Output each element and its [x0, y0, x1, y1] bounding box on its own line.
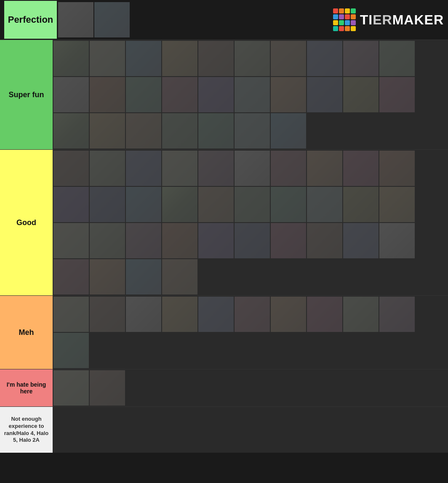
logo-cell — [351, 26, 356, 31]
map-thumb — [198, 151, 234, 186]
map-thumb — [90, 297, 125, 332]
map-thumb — [271, 187, 306, 222]
map-thumb — [271, 41, 306, 76]
map-thumb — [53, 113, 89, 149]
map-thumb — [307, 151, 342, 186]
tier-label-hate: I'm hate being here — [0, 369, 53, 406]
map-thumb — [307, 77, 342, 112]
map-thumb — [343, 41, 379, 76]
map-thumb — [343, 77, 379, 112]
map-thumb — [235, 187, 270, 222]
map-thumb — [379, 223, 415, 258]
tier-content-noexp — [53, 407, 448, 453]
map-thumb — [126, 77, 161, 112]
map-thumb — [53, 259, 89, 295]
tier-list: Perfection — [0, 0, 448, 453]
logo-cell — [351, 8, 356, 13]
map-thumb — [126, 223, 161, 258]
map-thumb — [307, 187, 342, 222]
map-thumb — [90, 187, 125, 222]
map-thumb — [126, 151, 161, 186]
logo-cell — [333, 8, 338, 13]
map-thumb — [53, 77, 89, 112]
logo-cell — [345, 20, 350, 25]
tier-content-superfun — [53, 40, 448, 149]
map-thumb-header-2 — [94, 2, 130, 37]
map-thumb — [126, 187, 161, 222]
logo-cell — [339, 8, 344, 13]
logo-cell — [351, 20, 356, 25]
map-thumb — [162, 297, 197, 332]
map-thumb — [53, 223, 89, 258]
map-thumb — [53, 151, 89, 186]
logo-cell — [333, 26, 338, 31]
map-thumb — [53, 187, 89, 222]
map-thumb — [379, 41, 415, 76]
map-thumb — [379, 77, 415, 112]
map-thumb — [53, 333, 89, 368]
map-thumb — [235, 113, 270, 149]
map-thumb — [90, 223, 125, 258]
tier-content-hate — [53, 369, 448, 406]
map-thumb — [271, 223, 306, 258]
map-thumb — [198, 41, 234, 76]
map-thumb — [379, 297, 415, 332]
map-thumb — [162, 187, 197, 222]
tier-content-good — [53, 150, 448, 295]
map-thumb — [235, 223, 270, 258]
tier-row-hate: I'm hate being here — [0, 369, 448, 406]
map-thumb — [162, 113, 197, 149]
map-thumb — [53, 370, 89, 406]
map-thumb — [271, 297, 306, 332]
logo-cell — [339, 26, 344, 31]
logo-cell — [333, 14, 338, 19]
tier-label-noexp: Not enough experience to rank/Halo 4, Ha… — [0, 407, 53, 453]
map-thumb — [235, 77, 270, 112]
logo-cell — [351, 14, 356, 19]
map-thumb — [307, 223, 342, 258]
map-thumb — [90, 259, 125, 295]
header-left: Perfection — [4, 1, 130, 39]
map-thumb — [271, 113, 306, 149]
map-thumb — [162, 77, 197, 112]
map-thumb — [343, 223, 379, 258]
map-thumb — [90, 151, 125, 186]
logo-cell — [345, 26, 350, 31]
logo-cell — [345, 14, 350, 19]
map-thumb — [126, 297, 161, 332]
tier-row-meh: Meh — [0, 295, 448, 369]
logo-cell — [345, 8, 350, 13]
map-thumb — [198, 297, 234, 332]
map-thumb — [235, 41, 270, 76]
map-thumb — [90, 41, 125, 76]
map-thumb — [271, 77, 306, 112]
map-thumb — [307, 41, 342, 76]
map-thumb — [343, 297, 379, 332]
tiermaker-logo: TiERMAKER — [333, 8, 444, 31]
map-thumb — [126, 41, 161, 76]
map-thumb — [162, 259, 197, 295]
map-thumb — [379, 187, 415, 222]
map-thumb — [162, 223, 197, 258]
tier-label-good: Good — [0, 150, 53, 295]
map-thumb — [198, 187, 234, 222]
tier-content-meh — [53, 296, 448, 369]
map-thumb — [162, 151, 197, 186]
map-thumb — [126, 259, 161, 295]
map-thumb — [53, 41, 89, 76]
map-thumb — [343, 187, 379, 222]
map-thumb — [235, 151, 270, 186]
map-thumb — [162, 41, 197, 76]
map-thumb-header-1 — [58, 2, 93, 37]
logo-cell — [339, 20, 344, 25]
map-thumb — [90, 370, 125, 406]
map-thumb — [271, 151, 306, 186]
logo-cell — [333, 20, 338, 25]
header-tier-title: Perfection — [8, 14, 53, 25]
map-thumb — [379, 151, 415, 186]
tier-label-superfun: Super fun — [0, 40, 53, 149]
logo-text: TiERMAKER — [360, 12, 444, 28]
map-thumb — [53, 297, 89, 332]
tier-label-meh: Meh — [0, 296, 53, 369]
map-thumb — [235, 297, 270, 332]
